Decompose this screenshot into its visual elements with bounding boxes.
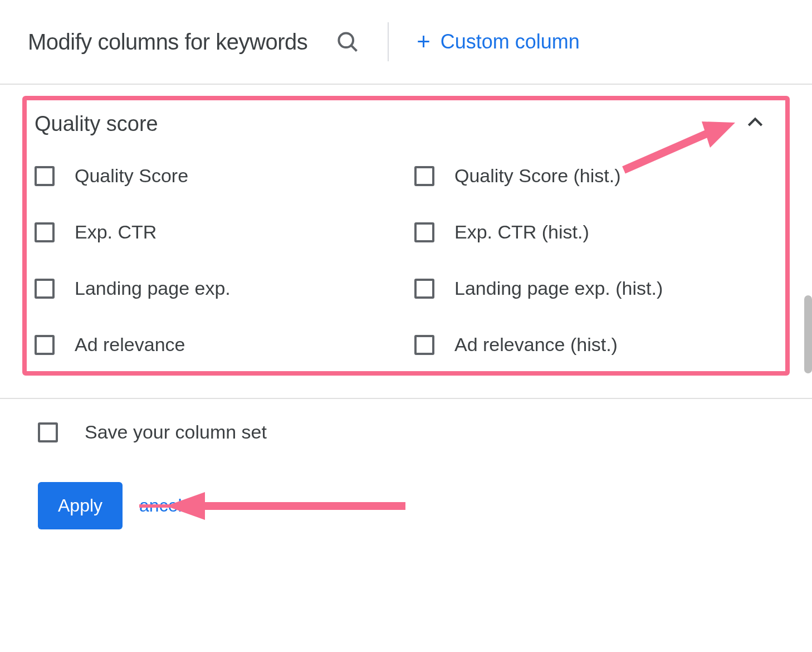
option-ad-relevance[interactable]: Ad relevance bbox=[35, 334, 392, 356]
save-column-set-label: Save your column set bbox=[85, 421, 267, 443]
section-title: Quality score bbox=[35, 112, 158, 136]
option-exp-ctr-hist[interactable]: Exp. CTR (hist.) bbox=[414, 221, 772, 243]
page-title: Modify columns for keywords bbox=[28, 30, 307, 55]
svg-line-1 bbox=[351, 45, 357, 51]
checkbox[interactable] bbox=[35, 222, 55, 242]
checkbox[interactable] bbox=[414, 335, 434, 355]
option-quality-score-hist[interactable]: Quality Score (hist.) bbox=[414, 165, 772, 187]
save-column-set-checkbox[interactable] bbox=[38, 422, 58, 442]
checkbox[interactable] bbox=[35, 335, 55, 355]
option-label: Exp. CTR bbox=[75, 221, 156, 243]
option-label: Ad relevance bbox=[75, 334, 185, 356]
option-landing-page-exp-hist[interactable]: Landing page exp. (hist.) bbox=[414, 278, 772, 299]
custom-column-button[interactable]: + Custom column bbox=[417, 30, 580, 53]
chevron-up-icon[interactable] bbox=[744, 111, 766, 136]
checkbox[interactable] bbox=[35, 279, 55, 299]
header-divider bbox=[388, 22, 389, 61]
svg-line-2 bbox=[624, 131, 713, 170]
apply-button[interactable]: Apply bbox=[38, 482, 123, 529]
checkbox[interactable] bbox=[414, 166, 434, 186]
option-landing-page-exp[interactable]: Landing page exp. bbox=[35, 278, 392, 299]
scrollbar[interactable] bbox=[804, 295, 812, 373]
plus-icon: + bbox=[417, 30, 431, 53]
search-icon[interactable] bbox=[335, 30, 360, 54]
option-label: Quality Score bbox=[75, 165, 188, 187]
checkbox[interactable] bbox=[414, 279, 434, 299]
cancel-button[interactable]: ancel bbox=[139, 495, 182, 516]
option-label: Landing page exp. bbox=[75, 278, 231, 299]
option-label: Quality Score (hist.) bbox=[454, 165, 621, 187]
custom-column-label: Custom column bbox=[441, 30, 580, 53]
svg-point-0 bbox=[339, 33, 354, 47]
option-label: Ad relevance (hist.) bbox=[454, 334, 618, 356]
option-label: Landing page exp. (hist.) bbox=[454, 278, 663, 299]
option-ad-relevance-hist[interactable]: Ad relevance (hist.) bbox=[414, 334, 772, 356]
quality-score-section: Quality score Quality Score Quality Scor… bbox=[22, 96, 790, 376]
option-label: Exp. CTR (hist.) bbox=[454, 221, 589, 243]
checkbox[interactable] bbox=[35, 166, 55, 186]
arrow-annotation-icon bbox=[166, 489, 405, 523]
checkbox[interactable] bbox=[414, 222, 434, 242]
option-quality-score[interactable]: Quality Score bbox=[35, 165, 392, 187]
option-exp-ctr[interactable]: Exp. CTR bbox=[35, 221, 392, 243]
